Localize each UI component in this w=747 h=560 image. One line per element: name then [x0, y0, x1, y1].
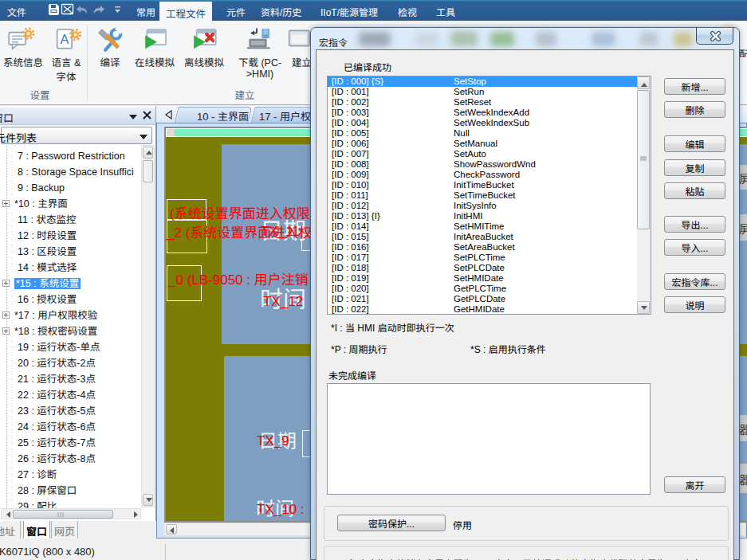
svg-text:A: A	[60, 32, 69, 46]
